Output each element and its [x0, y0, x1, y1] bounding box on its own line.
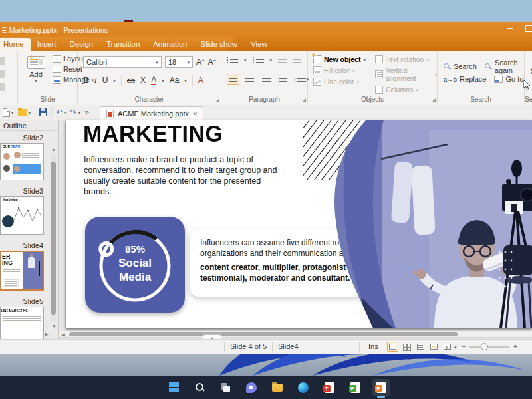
tab-animation[interactable]: Animation: [146, 38, 194, 51]
italic-button[interactable]: I: [94, 76, 97, 86]
slide-body-text[interactable]: Influencers make a brand or product a to…: [84, 155, 285, 198]
chevron-down-icon: ▾: [357, 80, 360, 84]
numbered-list-icon[interactable]: [253, 57, 264, 64]
chevron-down-icon: ▾: [416, 88, 418, 92]
character-style-button[interactable]: A: [198, 76, 203, 85]
outline-panel-header[interactable]: Outline: [0, 120, 58, 131]
scroll-left-icon[interactable]: ◀: [61, 332, 65, 338]
bold-button[interactable]: B: [83, 76, 89, 85]
ribbon: + Add ▾ Layout ▾ Reset: [0, 51, 532, 104]
decrease-indent-icon[interactable]: [278, 57, 287, 64]
scroll-down-icon[interactable]: ▼: [52, 324, 57, 329]
task-view-button[interactable]: [217, 379, 234, 396]
influencer-photo[interactable]: [303, 120, 532, 328]
strikethrough-button[interactable]: ab: [127, 76, 135, 84]
slide4-label[interactable]: Slide4: [23, 241, 43, 249]
notes-view-button[interactable]: [428, 342, 440, 352]
panel-scrollbar[interactable]: [51, 154, 56, 321]
tab-view[interactable]: View: [244, 38, 274, 51]
edge-button[interactable]: [295, 379, 312, 396]
line-color-button[interactable]: Line color ▾: [313, 78, 366, 86]
change-case-button[interactable]: Aa: [170, 76, 180, 85]
panel-scrollbar-thumb[interactable]: [51, 162, 56, 315]
save-button[interactable]: [39, 108, 47, 116]
add-slide-button[interactable]: + Add ▾: [23, 56, 49, 83]
titlebar[interactable]: E Marketing.pptx - Presentations: [0, 22, 532, 37]
slide3-thumbnail[interactable]: Marketing: [0, 196, 44, 235]
presentations-button[interactable]: P: [372, 379, 390, 396]
new-document-button[interactable]: ▾: [3, 108, 14, 117]
open-button[interactable]: ▾: [18, 109, 31, 116]
scroll-up-icon[interactable]: ▲: [51, 147, 56, 152]
planmaker-button[interactable]: P: [346, 379, 364, 396]
taskbar-search-button[interactable]: [191, 379, 208, 396]
replace-button[interactable]: a→b Replace: [444, 75, 486, 83]
vertical-alignment-button[interactable]: Vertical alignment ▾: [375, 66, 437, 82]
font-size-select[interactable]: 18 ▾: [165, 56, 193, 68]
tab-slide-show[interactable]: Slide show: [194, 38, 244, 51]
columns-button[interactable]: Columns ▾: [375, 86, 437, 94]
shrink-font-button[interactable]: A−: [208, 57, 217, 66]
align-right-button[interactable]: [260, 74, 273, 85]
fill-color-button[interactable]: Fill color ▾: [313, 66, 366, 74]
bullet-list-icon[interactable]: [227, 57, 238, 64]
file-explorer-button[interactable]: [269, 379, 286, 396]
search-button[interactable]: Search: [444, 63, 477, 70]
justify-button[interactable]: [277, 74, 289, 85]
slide5-thumbnail[interactable]: LINE MARKETING: [0, 307, 44, 340]
subscript-button[interactable]: X: [140, 76, 146, 85]
chevron-down-icon[interactable]: ▾: [454, 345, 457, 350]
insert-mode-indicator[interactable]: Ins: [368, 342, 378, 350]
slide-title[interactable]: MARKETING: [83, 120, 223, 148]
zoom-out-button[interactable]: −: [462, 342, 466, 350]
cut-icon[interactable]: [0, 57, 5, 65]
undo-button[interactable]: ↶▾: [56, 108, 66, 116]
slide4-thumbnail-selected[interactable]: ER ING: [0, 251, 44, 291]
font-name-select[interactable]: Calibri ▾: [83, 56, 162, 68]
zoom-in-button[interactable]: +: [513, 342, 517, 350]
slide2-label[interactable]: Slide2: [23, 134, 43, 142]
font-color-button[interactable]: A: [151, 76, 156, 85]
maximize-button[interactable]: [525, 25, 532, 32]
tab-design[interactable]: Design: [63, 38, 100, 51]
zoom-slider-knob[interactable]: [481, 343, 488, 350]
tab-transition[interactable]: Transition: [100, 38, 146, 51]
align-center-button[interactable]: [243, 74, 256, 85]
tab-home[interactable]: Home: [0, 38, 31, 51]
grow-font-button[interactable]: A+: [196, 57, 205, 66]
close-document-icon[interactable]: ×: [193, 110, 197, 118]
horizontal-scrollbar[interactable]: ◀: [59, 331, 532, 338]
scroll-right-icon[interactable]: ▶: [45, 332, 49, 337]
normal-view-button[interactable]: [387, 342, 398, 352]
horizontal-scrollbar-thumb[interactable]: [69, 332, 458, 336]
outline-view-button[interactable]: [415, 342, 426, 352]
slide-canvas[interactable]: MARKETING Influencers make a brand or pr…: [66, 120, 532, 328]
slideshow-button[interactable]: [442, 342, 453, 352]
slide5-label[interactable]: Slide5: [23, 297, 43, 305]
slide3-label[interactable]: Slide3: [23, 187, 43, 195]
document-tab[interactable]: ACME Marketing.pptx ×: [100, 106, 203, 120]
line-spacing-button[interactable]: ↕ ▾: [293, 76, 309, 83]
redo-button[interactable]: ↷▾: [70, 108, 81, 116]
minimize-button[interactable]: [507, 28, 513, 29]
slide2-thumbnail[interactable]: OUR TEAM: [0, 143, 44, 180]
increase-indent-icon[interactable]: [293, 57, 301, 64]
align-left-button[interactable]: [227, 74, 239, 85]
format-painter-icon[interactable]: [0, 83, 5, 91]
vertical-alignment-icon: [375, 70, 383, 78]
start-button[interactable]: [165, 379, 182, 396]
copy-icon[interactable]: [0, 70, 5, 78]
slide-sorter-view-button[interactable]: [401, 342, 412, 352]
new-object-button[interactable]: New object ▾: [313, 55, 366, 63]
group-label-character: Character: [78, 96, 221, 103]
chat-button[interactable]: [243, 379, 260, 396]
search-again-button[interactable]: Search again: [485, 59, 524, 74]
underline-button[interactable]: U: [102, 76, 108, 85]
goto-button[interactable]: Go to: [494, 75, 523, 83]
zoom-slider-track[interactable]: [469, 346, 509, 348]
text-rotation-button[interactable]: Text rotation ▾: [375, 55, 437, 63]
stat-card[interactable]: 85% Social Media: [85, 217, 185, 313]
toolbar-overflow-button[interactable]: »: [84, 108, 89, 116]
textmaker-button[interactable]: T: [321, 379, 338, 396]
tab-insert[interactable]: Insert: [31, 38, 63, 51]
